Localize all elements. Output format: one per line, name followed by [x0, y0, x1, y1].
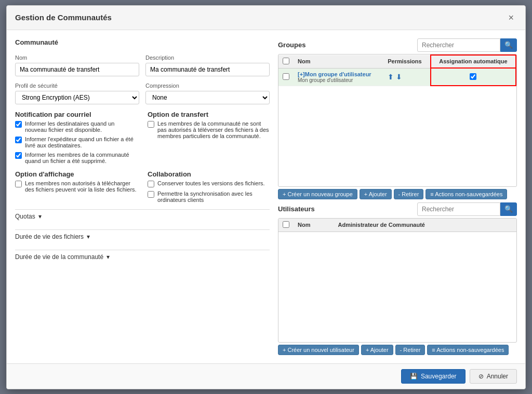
group-assignation-cell [431, 68, 516, 86]
notification-transfert-section: Notification par courriel Informer les d… [15, 111, 270, 164]
quotas-label: Quotas [15, 213, 35, 220]
users-panel: Utilisateurs 🔍 Nom Adm [278, 202, 517, 355]
cancel-label: Annuler [487, 373, 508, 380]
duree-fichiers-row[interactable]: Durée de vie des fichiers ▾ [15, 229, 270, 243]
groups-search-row: Groupes 🔍 [278, 38, 517, 52]
group-name-cell: [+]Mon groupe d'utilisateur Mon groupe d… [294, 68, 383, 86]
collaboration-title: Collaboration [148, 170, 270, 178]
duree-fichiers-chevron-icon: ▾ [87, 233, 90, 240]
quotas-chevron-icon: ▾ [38, 213, 42, 220]
collaboration-section: Collaboration Conserver toutes les versi… [148, 170, 270, 203]
remove-user-button[interactable]: - Retirer [395, 345, 425, 355]
group-permissions-cell: ⬆ ⬇ [383, 68, 431, 86]
collab1-checkbox[interactable] [148, 181, 154, 187]
notif3-item[interactable]: Informer les membres de la communauté qu… [15, 152, 137, 164]
duree-communaute-chevron-icon: ▾ [107, 253, 110, 261]
dialog-header: Gestion de Communautés × [7, 6, 525, 30]
collab2-checkbox[interactable] [148, 191, 154, 198]
profil-select[interactable]: Strong Encryption (AES) [15, 91, 139, 104]
save-icon: 💾 [410, 373, 418, 380]
affichage1-checkbox[interactable] [15, 181, 22, 187]
right-panel-inner: Groupes 🔍 Nom Permissi [278, 38, 517, 355]
add-group-button[interactable]: + Ajouter [360, 189, 392, 199]
transfert1-label: Les membres de la communauté ne sont pas… [157, 120, 270, 139]
affichage-checkboxes: Les membres non autorisés à télécharger … [15, 180, 137, 193]
affichage-collaboration-section: Option d'affichage Les membres non autor… [15, 170, 270, 203]
nom-description-row: Nom Description [15, 55, 270, 76]
notif2-label: Informer l'expéditeur quand un fichier a… [25, 136, 137, 148]
dialog-footer: 💾 Sauvegarder ⊘ Annuler [7, 363, 525, 389]
create-group-button[interactable]: + Créer un nouveau groupe [278, 189, 357, 199]
nom-label: Nom [15, 55, 139, 61]
transfert-checkboxes: Les membres de la communauté ne sont pas… [148, 120, 270, 139]
duree-communaute-label: Durée de vie de la communauté [15, 253, 103, 261]
notif1-item[interactable]: Informer les destinataires quand un nouv… [15, 120, 137, 133]
table-row[interactable]: [+]Mon groupe d'utilisateur Mon groupe d… [278, 68, 516, 86]
transfert1-item[interactable]: Les membres de la communauté ne sont pas… [148, 120, 270, 139]
groups-table: Nom Permissions Assignation automatique … [278, 55, 516, 87]
affichage-section: Option d'affichage Les membres non autor… [15, 170, 137, 203]
groups-search-button[interactable]: 🔍 [500, 38, 517, 52]
communaute-title: Communauté [15, 38, 270, 46]
save-button[interactable]: 💾 Sauvegarder [401, 369, 466, 384]
right-panel: Groupes 🔍 Nom Permissi [278, 38, 517, 355]
users-search-input[interactable] [417, 202, 500, 216]
cancel-icon: ⊘ [478, 373, 484, 380]
transfert-section: Option de transfert Les membres de la co… [148, 111, 270, 164]
users-search-button[interactable]: 🔍 [500, 202, 517, 216]
create-user-button[interactable]: + Créer un nouvel utilisateur [278, 345, 359, 355]
transfert-title: Option de transfert [148, 111, 270, 118]
users-search-row: Utilisateurs 🔍 [278, 202, 517, 216]
dialog: Gestion de Communautés × Communauté Nom … [6, 5, 526, 389]
collaboration-checkboxes: Conserver toutes les versions des fichie… [148, 180, 270, 203]
notif1-checkbox[interactable] [15, 121, 22, 128]
notif2-checkbox[interactable] [15, 137, 22, 143]
remove-group-button[interactable]: - Retirer [394, 189, 424, 199]
left-panel: Communauté Nom Description Profil de séc… [15, 38, 270, 355]
quotas-row[interactable]: Quotas ▾ [15, 209, 270, 223]
profil-group: Profil de sécurité Strong Encryption (AE… [15, 83, 139, 104]
affichage1-label: Les membres non autorisés à télécharger … [25, 180, 137, 193]
groups-select-all-checkbox[interactable] [283, 58, 289, 64]
notif2-item[interactable]: Informer l'expéditeur quand un fichier a… [15, 136, 137, 148]
perm-icons: ⬆ ⬇ [388, 73, 426, 81]
duree-communaute-row[interactable]: Durée de vie de la communauté ▾ [15, 250, 270, 264]
notif1-label: Informer les destinataires quand un nouv… [25, 120, 137, 133]
groups-action-bar: + Créer un nouveau groupe + Ajouter - Re… [278, 189, 517, 199]
group-name-main: [+]Mon groupe d'utilisateur [298, 71, 379, 77]
notif3-checkbox[interactable] [15, 152, 22, 159]
affichage1-item[interactable]: Les membres non autorisés à télécharger … [15, 180, 137, 193]
description-input[interactable] [145, 63, 270, 76]
users-table: Nom Administrateur de Communauté [278, 219, 516, 232]
add-user-button[interactable]: + Ajouter [361, 345, 393, 355]
save-label: Sauvegarder [421, 373, 457, 380]
groups-search-wrap: 🔍 [417, 38, 517, 52]
compression-select[interactable]: None [145, 91, 270, 104]
nom-input[interactable] [15, 63, 139, 76]
transfert1-checkbox[interactable] [148, 121, 154, 128]
users-search-wrap: 🔍 [417, 202, 517, 216]
actions-group-button[interactable]: ≡ Actions non-sauvegardées [425, 189, 507, 199]
users-action-bar: + Créer un nouvel utilisateur + Ajouter … [278, 345, 517, 355]
groups-search-input[interactable] [417, 38, 500, 52]
upload-icon: ⬆ [388, 73, 394, 81]
description-group: Description [145, 55, 270, 76]
collab2-item[interactable]: Permettre la synchronisation avec les or… [148, 191, 270, 203]
actions-user-button[interactable]: ≡ Actions non-sauvegardées [427, 345, 509, 355]
profil-label: Profil de sécurité [15, 83, 139, 89]
groups-col-permissions: Permissions [383, 55, 431, 69]
collab1-item[interactable]: Conserver toutes les versions des fichie… [148, 180, 270, 187]
close-button[interactable]: × [505, 12, 517, 23]
communaute-section: Communauté [15, 38, 270, 48]
groupes-title: Groupes [278, 41, 305, 49]
group-row-checkbox[interactable] [283, 73, 289, 80]
group-assignation-checkbox[interactable] [470, 73, 476, 80]
nom-group: Nom [15, 55, 139, 76]
download-icon: ⬇ [396, 73, 402, 81]
notification-title: Notification par courriel [15, 111, 137, 118]
dialog-body: Communauté Nom Description Profil de séc… [7, 30, 525, 363]
collab1-label: Conserver toutes les versions des fichie… [157, 180, 265, 186]
users-select-all-checkbox[interactable] [283, 221, 289, 228]
cancel-button[interactable]: ⊘ Annuler [470, 369, 517, 384]
notification-checkboxes: Informer les destinataires quand un nouv… [15, 120, 137, 164]
